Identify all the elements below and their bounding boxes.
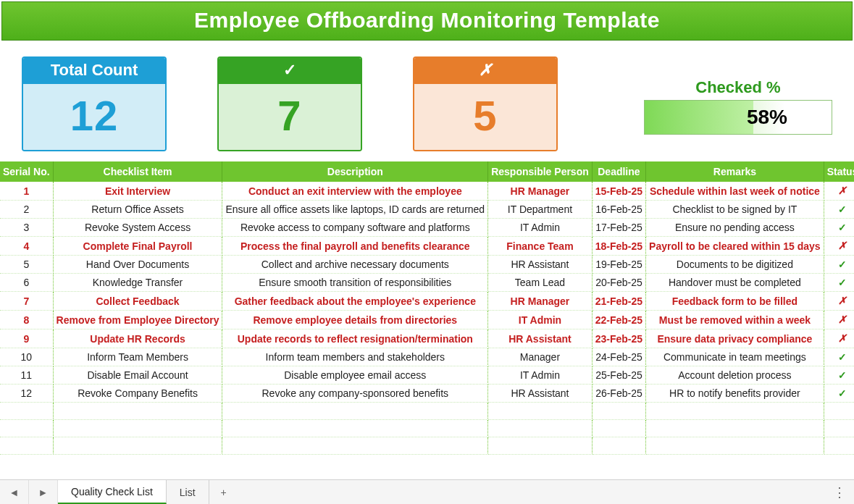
- col-header-desc[interactable]: Description: [222, 161, 488, 182]
- cell-serial[interactable]: 5: [0, 256, 53, 274]
- cell-dead[interactable]: 20-Feb-25: [592, 274, 645, 292]
- cell-serial[interactable]: 1: [0, 182, 53, 201]
- cell-resp[interactable]: HR Assistant: [488, 329, 593, 348]
- col-header-item[interactable]: Checklist Item: [53, 161, 222, 182]
- cell-dead[interactable]: 23-Feb-25: [592, 329, 645, 348]
- cell-rem[interactable]: Feedback form to be filled: [646, 292, 824, 311]
- cell-desc[interactable]: Process the final payroll and benefits c…: [222, 237, 488, 256]
- empty-cell[interactable]: [0, 437, 53, 455]
- col-header-resp[interactable]: Responsible Person: [488, 161, 593, 182]
- table-row[interactable]: 1Exit InterviewConduct an exit interview…: [0, 182, 854, 201]
- cell-desc[interactable]: Gather feedback about the employee's exp…: [222, 292, 488, 311]
- table-row[interactable]: 12Revoke Company BenefitsRevoke any comp…: [0, 385, 854, 403]
- cell-serial[interactable]: 12: [0, 385, 53, 403]
- cell-status[interactable]: ✗: [824, 182, 854, 201]
- cell-serial[interactable]: 8: [0, 311, 53, 329]
- cell-serial[interactable]: 7: [0, 292, 53, 311]
- cell-dead[interactable]: 21-Feb-25: [592, 292, 645, 311]
- cell-dead[interactable]: 15-Feb-25: [592, 182, 645, 201]
- cell-desc[interactable]: Revoke any company-sponsored benefits: [222, 385, 488, 403]
- cell-desc[interactable]: Disable employee email access: [222, 366, 488, 385]
- sheet-menu-button[interactable]: ⋮: [825, 480, 854, 504]
- empty-cell[interactable]: [592, 437, 645, 455]
- empty-cell[interactable]: [53, 403, 222, 420]
- cell-status[interactable]: ✓: [824, 274, 854, 292]
- cell-status[interactable]: ✓: [824, 366, 854, 385]
- cell-resp[interactable]: IT Department: [488, 201, 593, 219]
- empty-cell[interactable]: [488, 420, 593, 437]
- table-row[interactable]: 2Return Office AssetsEnsure all office a…: [0, 201, 854, 219]
- cell-status[interactable]: ✓: [824, 256, 854, 274]
- cell-rem[interactable]: Communicate in team meetings: [646, 348, 824, 366]
- cell-resp[interactable]: HR Manager: [488, 182, 593, 201]
- table-row[interactable]: 9Update HR RecordsUpdate records to refl…: [0, 329, 854, 348]
- cell-item[interactable]: Remove from Employee Directory: [53, 311, 222, 329]
- empty-cell[interactable]: [646, 403, 824, 420]
- cell-rem[interactable]: Must be removed within a week: [646, 311, 824, 329]
- cell-rem[interactable]: HR to notify benefits provider: [646, 385, 824, 403]
- cell-dead[interactable]: 19-Feb-25: [592, 256, 645, 274]
- cell-rem[interactable]: Handover must be completed: [646, 274, 824, 292]
- cell-item[interactable]: Knowledge Transfer: [53, 274, 222, 292]
- empty-cell[interactable]: [824, 420, 854, 437]
- cell-desc[interactable]: Update records to reflect resignation/te…: [222, 329, 488, 348]
- cell-rem[interactable]: Account deletion process: [646, 366, 824, 385]
- cell-resp[interactable]: HR Assistant: [488, 385, 593, 403]
- cell-status[interactable]: ✓: [824, 348, 854, 366]
- cell-serial[interactable]: 4: [0, 237, 53, 256]
- cell-desc[interactable]: Collect and archive necessary documents: [222, 256, 488, 274]
- cell-serial[interactable]: 6: [0, 274, 53, 292]
- tab-quality-check-list[interactable]: Quality Check List: [58, 480, 167, 504]
- empty-cell[interactable]: [646, 420, 824, 437]
- cell-dead[interactable]: 16-Feb-25: [592, 201, 645, 219]
- table-row[interactable]: 11Disable Email AccountDisable employee …: [0, 366, 854, 385]
- cell-resp[interactable]: HR Manager: [488, 292, 593, 311]
- cell-dead[interactable]: 17-Feb-25: [592, 219, 645, 237]
- cell-dead[interactable]: 22-Feb-25: [592, 311, 645, 329]
- cell-desc[interactable]: Revoke access to company software and pl…: [222, 219, 488, 237]
- cell-serial[interactable]: 10: [0, 348, 53, 366]
- add-sheet-button[interactable]: +: [209, 480, 238, 504]
- cell-rem[interactable]: Ensure data privacy compliance: [646, 329, 824, 348]
- cell-status[interactable]: ✗: [824, 237, 854, 256]
- cell-rem[interactable]: Checklist to be signed by IT: [646, 201, 824, 219]
- tab-list[interactable]: List: [167, 480, 209, 504]
- cell-item[interactable]: Revoke Company Benefits: [53, 385, 222, 403]
- cell-desc[interactable]: Conduct an exit interview with the emplo…: [222, 182, 488, 201]
- cell-item[interactable]: Return Office Assets: [53, 201, 222, 219]
- cell-status[interactable]: ✓: [824, 385, 854, 403]
- empty-cell[interactable]: [592, 403, 645, 420]
- next-sheet-button[interactable]: ►: [29, 480, 58, 504]
- empty-cell[interactable]: [824, 437, 854, 455]
- cell-desc[interactable]: Remove employee details from directories: [222, 311, 488, 329]
- empty-cell[interactable]: [222, 437, 488, 455]
- cell-item[interactable]: Update HR Records: [53, 329, 222, 348]
- table-row[interactable]: 8Remove from Employee DirectoryRemove em…: [0, 311, 854, 329]
- cell-status[interactable]: ✓: [824, 219, 854, 237]
- cell-serial[interactable]: 9: [0, 329, 53, 348]
- empty-cell[interactable]: [222, 420, 488, 437]
- cell-desc[interactable]: Ensure all office assets like laptops, I…: [222, 201, 488, 219]
- cell-serial[interactable]: 11: [0, 366, 53, 385]
- cell-rem[interactable]: Ensure no pending access: [646, 219, 824, 237]
- empty-cell[interactable]: [824, 403, 854, 420]
- empty-cell[interactable]: [53, 420, 222, 437]
- cell-rem[interactable]: Payroll to be cleared within 15 days: [646, 237, 824, 256]
- cell-status[interactable]: ✓: [824, 201, 854, 219]
- cell-desc[interactable]: Ensure smooth transition of responsibili…: [222, 274, 488, 292]
- cell-item[interactable]: Exit Interview: [53, 182, 222, 201]
- table-row[interactable]: 5Hand Over DocumentsCollect and archive …: [0, 256, 854, 274]
- empty-cell[interactable]: [592, 420, 645, 437]
- cell-rem[interactable]: Schedule within last week of notice: [646, 182, 824, 201]
- empty-cell[interactable]: [646, 437, 824, 455]
- cell-dead[interactable]: 26-Feb-25: [592, 385, 645, 403]
- table-row[interactable]: 4Complete Final PayrollProcess the final…: [0, 237, 854, 256]
- cell-resp[interactable]: HR Assistant: [488, 256, 593, 274]
- cell-item[interactable]: Disable Email Account: [53, 366, 222, 385]
- cell-status[interactable]: ✗: [824, 329, 854, 348]
- cell-serial[interactable]: 3: [0, 219, 53, 237]
- cell-rem[interactable]: Documents to be digitized: [646, 256, 824, 274]
- cell-resp[interactable]: IT Admin: [488, 219, 593, 237]
- cell-resp[interactable]: IT Admin: [488, 311, 593, 329]
- col-header-rem[interactable]: Remarks: [646, 161, 824, 182]
